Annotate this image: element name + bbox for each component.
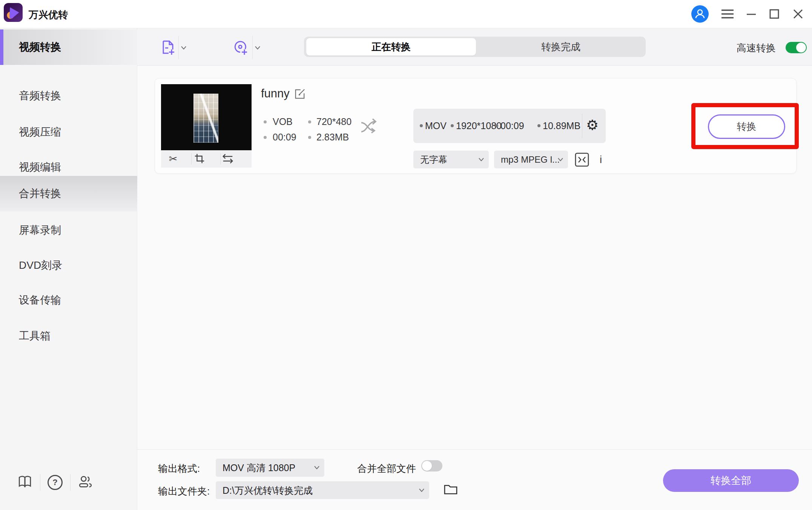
audio-track-value: mp3 MPEG l... [501,151,560,168]
toolbar-divider [178,36,179,59]
source-resolution: 720*480 [316,116,352,127]
source-size: 2.83MB [316,132,349,143]
sidebar-item-dvd-burn[interactable]: DVD刻录 [0,248,137,283]
output-duration: 00:09 [500,120,524,131]
bullet [308,120,311,123]
bullet [451,124,454,127]
task-card: ✂ funny VOB [155,78,797,174]
question-glyph: ? [48,475,63,490]
tab-converting[interactable]: 正在转换 [306,38,476,55]
uniconverter-window: 万兴优转 视频转换 音频转换 视频压缩 视频编辑 合并转换 屏幕录制 D [0,0,812,510]
sidebar-item-screen-record[interactable]: 屏幕录制 [0,213,137,248]
bullet [308,136,311,139]
add-disc-icon[interactable] [233,40,249,55]
merge-all-toggle[interactable] [421,460,442,471]
tab-finished[interactable]: 转换完成 [476,37,646,57]
output-size: 10.89MB [543,120,580,131]
file-name: funny [261,87,290,100]
maximize-button[interactable] [766,6,783,22]
video-thumbnail[interactable] [161,84,252,150]
community-icon[interactable] [78,475,93,490]
menu-icon[interactable] [719,6,736,22]
user-avatar[interactable] [691,5,709,23]
footer-divider [40,474,40,491]
video-frame [193,94,218,143]
sidebar-item-merge-convert[interactable]: 合并转换 [0,176,137,211]
app-title: 万兴优转 [29,8,68,22]
output-folder-value: D:\万兴优转\转换完成 [223,481,313,499]
sidebar-item-video-convert[interactable]: 视频转换 [0,29,137,65]
tab-bar: 正在转换 转换完成 [304,37,646,57]
sidebar-item-device-transfer[interactable]: 设备传输 [0,282,137,318]
chevron-down-icon [479,158,484,161]
minimize-button[interactable] [743,6,760,22]
annotation-highlight-red-box [691,103,799,149]
convert-all-button[interactable]: 转换全部 [663,469,799,492]
output-format-value: MOV 高清 1080P [223,459,295,477]
trim-scissors-icon[interactable]: ✂ [167,153,180,165]
thumbnail-highlight [193,94,218,143]
footer-divider [70,474,71,491]
output-info-box: MOV 1920*1080 00:09 10.89MB ⚙ [413,109,606,143]
title-bar: 万兴优转 [0,0,812,28]
output-resolution: 1920*1080 [456,120,502,131]
bottom-settings-bar: 输出格式: MOV 高清 1080P 合并全部文件 输出文件夹: D:\万兴优转… [137,449,812,510]
tool-divider [191,153,192,165]
info-icon[interactable]: i [597,151,605,168]
subtitle-dropdown[interactable]: 无字幕 [413,151,489,168]
rename-edit-icon[interactable] [294,88,305,100]
convert-arrows-icon [360,117,379,136]
guide-book-icon[interactable] [18,475,33,490]
app-logo-icon [4,3,23,22]
toolbar-divider [252,36,253,59]
effects-slider-icon[interactable] [222,153,235,164]
help-icon[interactable]: ? [48,475,63,490]
output-format-dropdown[interactable]: MOV 高清 1080P [216,459,324,477]
high-speed-toggle[interactable] [786,42,807,53]
crop-icon[interactable] [194,153,207,164]
merge-all-label: 合并全部文件 [357,462,416,475]
bullet [537,124,540,127]
task-list-area: ✂ funny VOB [137,66,812,449]
bullet [264,120,267,123]
open-folder-icon[interactable] [444,483,458,496]
toggle-knob [422,461,432,471]
chevron-down-icon [558,158,563,161]
chevron-down-icon [314,466,319,469]
sidebar-item-audio-convert[interactable]: 音频转换 [0,78,137,114]
audio-track-dropdown[interactable]: mp3 MPEG l... [494,151,568,168]
high-speed-label: 高速转换 [737,42,776,55]
add-file-icon[interactable] [160,40,176,55]
source-format: VOB [273,116,293,127]
output-format-label: 输出格式: [158,462,200,475]
bullet [495,124,498,127]
output-folder-dropdown[interactable]: D:\万兴优转\转换完成 [216,481,429,499]
add-file-chevron-down-icon[interactable] [181,46,187,50]
bullet [264,136,267,139]
output-format: MOV [425,120,447,131]
source-duration: 00:09 [273,132,296,143]
chevron-down-icon [419,488,424,492]
tool-divider [220,153,221,165]
box-divider [582,114,582,138]
gear-settings-icon[interactable]: ⚙ [586,117,599,133]
sidebar: 视频转换 音频转换 视频压缩 视频编辑 合并转换 屏幕录制 DVD刻录 设备传输… [0,28,137,510]
subtitle-value: 无字幕 [420,151,447,168]
sidebar-item-video-compress[interactable]: 视频压缩 [0,114,137,150]
top-toolbar: 正在转换 转换完成 高速转换 [137,28,812,66]
close-button[interactable] [790,6,806,22]
toggle-knob [796,43,806,52]
sidebar-item-toolbox[interactable]: 工具箱 [0,318,137,354]
bullet [420,124,423,127]
output-folder-label: 输出文件夹: [158,485,210,498]
compress-icon[interactable] [574,151,590,168]
add-disc-chevron-down-icon[interactable] [255,46,261,50]
